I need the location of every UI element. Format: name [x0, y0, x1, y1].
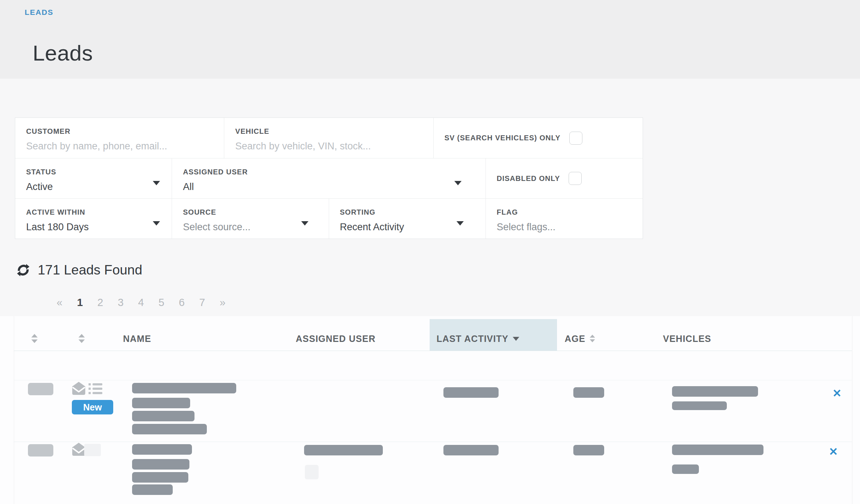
sv-only-checkbox[interactable]: [569, 132, 582, 145]
source-label: SOURCE: [183, 208, 328, 216]
chevron-down-icon: [456, 221, 464, 226]
pagination-page-1[interactable]: 1: [77, 297, 83, 309]
redacted-text-bar: [132, 398, 190, 408]
vehicle-search-input[interactable]: [235, 141, 417, 152]
assigned-user-value: All: [183, 181, 486, 193]
redacted-text-bar: [132, 444, 192, 455]
pagination-page-4[interactable]: 4: [138, 297, 144, 309]
redacted-text-bar: [573, 387, 604, 398]
redacted-text-bar: [672, 401, 727, 410]
assigned-user-filter[interactable]: ASSIGNED USER All: [172, 158, 486, 198]
pagination-page-6[interactable]: 6: [179, 297, 185, 309]
column-label: NAME: [123, 334, 151, 344]
redacted-text-bar: [672, 445, 763, 455]
pagination-page-3[interactable]: 3: [118, 297, 123, 309]
sorting-filter[interactable]: SORTING Recent Activity: [329, 199, 486, 239]
sort-icon: [78, 334, 85, 343]
source-filter[interactable]: SOURCE Select source...: [172, 199, 329, 239]
open-envelope-icon: [72, 442, 86, 456]
page-header: LEADS Leads: [0, 0, 860, 79]
redacted-text-bar: [132, 383, 236, 393]
status-value: Active: [26, 181, 172, 193]
pagination-page-2[interactable]: 2: [97, 297, 103, 309]
filter-row-3: ACTIVE WITHIN Last 180 Days SOURCE Selec…: [15, 198, 643, 239]
filter-row-2: STATUS Active ASSIGNED USER All DISABLED…: [15, 158, 643, 198]
pagination-next[interactable]: »: [220, 297, 225, 309]
redacted-text-bar: [443, 387, 499, 398]
redacted-text-bar: [672, 386, 758, 397]
redacted-text-bar: [132, 459, 189, 470]
new-badge: New: [72, 400, 113, 414]
pagination-page-5[interactable]: 5: [159, 297, 164, 309]
new-badge-label: New: [83, 402, 102, 413]
column-label: LAST ACTIVITY: [437, 334, 508, 344]
customer-label: CUSTOMER: [26, 127, 224, 136]
pagination: « 1 2 3 4 5 6 7 »: [57, 297, 225, 309]
redacted-text-bar: [132, 411, 194, 421]
pagination-prev[interactable]: «: [57, 297, 62, 309]
column-label: AGE: [565, 334, 585, 344]
redacted-text-bar: [573, 445, 604, 455]
sv-only-filter: SV (SEARCH VEHICLES) ONLY: [434, 118, 643, 158]
status-label: STATUS: [26, 168, 172, 176]
breadcrumb[interactable]: LEADS: [25, 8, 53, 17]
flag-label: FLAG: [497, 208, 643, 216]
redacted-cell: [305, 465, 319, 479]
vehicle-filter: VEHICLE: [224, 118, 433, 158]
customer-search-input[interactable]: [26, 141, 208, 152]
results-summary: 171 Leads Found: [17, 263, 142, 278]
column-label: ASSIGNED USER: [296, 334, 376, 344]
disabled-only-filter: DISABLED ONLY: [486, 158, 643, 198]
chevron-down-icon: [301, 221, 308, 226]
redacted-text-bar: [672, 464, 699, 474]
table-row[interactable]: ✕: [0, 442, 860, 504]
redacted-cell: [84, 444, 101, 456]
leads-found-count: 171 Leads Found: [38, 263, 142, 278]
sort-column-type[interactable]: [78, 332, 85, 345]
redacted-text-bar: [132, 472, 188, 483]
sort-icon: [590, 335, 595, 343]
close-icon[interactable]: ✕: [832, 388, 841, 399]
vehicle-label: VEHICLE: [235, 127, 433, 136]
close-icon[interactable]: ✕: [829, 446, 838, 457]
sort-column-flag[interactable]: [31, 332, 38, 345]
open-envelope-icon: [72, 381, 86, 395]
table-row[interactable]: New ✕: [0, 380, 860, 442]
header-divider: [14, 351, 852, 351]
customer-filter: CUSTOMER: [15, 118, 224, 158]
filter-panel: CUSTOMER VEHICLE SV (SEARCH VEHICLES) ON…: [15, 117, 643, 239]
redacted-text-bar: [132, 484, 173, 495]
column-header-age[interactable]: AGE: [565, 332, 595, 345]
redacted-cell: [28, 383, 53, 395]
pagination-page-7[interactable]: 7: [199, 297, 205, 309]
column-label: VEHICLES: [663, 334, 711, 344]
sort-desc-caret-icon: [513, 337, 519, 341]
leads-page: LEADS Leads CUSTOMER VEHICLE SV (SEARCH …: [0, 0, 860, 504]
column-header-last-activity[interactable]: LAST ACTIVITY: [437, 332, 519, 345]
redacted-text-bar: [132, 424, 207, 434]
page-title: Leads: [33, 41, 93, 66]
active-within-value: Last 180 Days: [26, 222, 172, 233]
disabled-only-checkbox[interactable]: [569, 172, 582, 185]
column-header-name[interactable]: NAME: [123, 332, 151, 345]
status-filter[interactable]: STATUS Active: [15, 158, 172, 198]
flag-filter[interactable]: FLAG Select flags...: [486, 199, 643, 239]
assigned-user-label: ASSIGNED USER: [183, 168, 486, 176]
redacted-cell: [28, 444, 53, 457]
active-within-label: ACTIVE WITHIN: [26, 208, 172, 216]
sv-only-label: SV (SEARCH VEHICLES) ONLY: [445, 134, 561, 142]
chevron-down-icon: [153, 181, 160, 185]
redacted-text-bar: [304, 445, 383, 455]
chevron-down-icon: [454, 181, 462, 185]
redacted-text-bar: [443, 445, 499, 455]
sort-icon: [31, 334, 38, 343]
chevron-down-icon: [153, 221, 160, 226]
column-header-vehicles[interactable]: VEHICLES: [663, 332, 711, 345]
refresh-icon[interactable]: [17, 264, 30, 277]
list-icon: [89, 383, 102, 394]
sorting-label: SORTING: [340, 208, 486, 216]
column-header-assigned-user[interactable]: ASSIGNED USER: [296, 332, 376, 345]
active-within-filter[interactable]: ACTIVE WITHIN Last 180 Days: [15, 199, 172, 239]
disabled-only-label: DISABLED ONLY: [497, 174, 560, 183]
leads-table: NAME ASSIGNED USER LAST ACTIVITY AGE VEH…: [0, 316, 860, 504]
